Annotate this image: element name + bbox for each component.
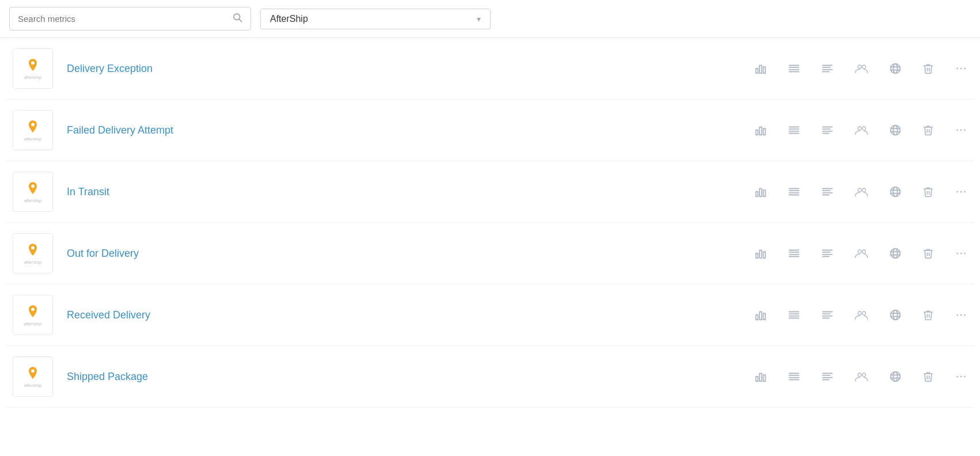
dropdown-label: AfterShip	[270, 14, 477, 24]
more-icon[interactable]	[955, 124, 967, 136]
svg-point-37	[891, 126, 901, 135]
aftership-pin-icon	[25, 242, 41, 259]
svg-rect-47	[764, 190, 766, 196]
svg-point-56	[858, 188, 861, 192]
svg-rect-89	[764, 313, 766, 320]
more-icon[interactable]	[955, 309, 967, 321]
align-left-icon[interactable]	[821, 62, 834, 75]
globe-icon[interactable]	[889, 62, 902, 75]
bar-chart-icon[interactable]	[754, 62, 767, 75]
svg-point-83	[956, 253, 958, 254]
align-left-icon[interactable]	[821, 185, 834, 198]
users-icon[interactable]	[854, 185, 868, 198]
delete-icon[interactable]	[922, 185, 934, 198]
align-left-icon[interactable]	[821, 370, 834, 383]
delete-icon[interactable]	[922, 370, 934, 383]
metric-name[interactable]: In Transit	[67, 186, 754, 198]
svg-point-86	[31, 307, 35, 311]
align-left-icon[interactable]	[821, 124, 834, 136]
metric-logo: aftership	[13, 172, 53, 212]
globe-icon[interactable]	[889, 309, 902, 321]
svg-point-65	[31, 246, 35, 249]
more-icon[interactable]	[955, 62, 967, 75]
list-icon[interactable]	[788, 124, 800, 136]
svg-point-107	[31, 369, 35, 373]
users-icon[interactable]	[854, 62, 868, 75]
metric-logo: aftership	[13, 356, 53, 397]
aftership-pin-icon	[25, 304, 41, 320]
action-icons	[754, 62, 967, 75]
delete-icon[interactable]	[922, 309, 934, 321]
svg-rect-66	[756, 253, 758, 258]
globe-icon[interactable]	[889, 370, 902, 383]
bar-chart-icon[interactable]	[754, 370, 767, 383]
svg-rect-5	[764, 67, 766, 73]
more-icon[interactable]	[955, 247, 967, 260]
aftership-pin-icon	[25, 119, 41, 135]
svg-rect-24	[756, 130, 758, 135]
search-box[interactable]	[9, 7, 251, 31]
aftership-logo-label: aftership	[24, 383, 42, 388]
svg-point-79	[891, 249, 901, 259]
bar-chart-icon[interactable]	[754, 124, 767, 136]
bar-chart-icon[interactable]	[754, 247, 767, 260]
svg-point-62	[956, 191, 958, 193]
globe-icon[interactable]	[889, 124, 902, 136]
svg-rect-3	[756, 69, 758, 73]
svg-rect-87	[756, 315, 758, 320]
align-left-icon[interactable]	[821, 309, 834, 321]
svg-point-125	[956, 376, 958, 378]
action-icons	[754, 247, 967, 260]
svg-point-85	[964, 253, 966, 254]
align-left-icon[interactable]	[821, 247, 834, 260]
bar-chart-icon[interactable]	[754, 309, 767, 321]
bar-chart-icon[interactable]	[754, 185, 767, 198]
users-icon[interactable]	[854, 124, 868, 136]
table-row: aftership Received Delivery	[6, 284, 974, 346]
metric-name[interactable]: Shipped Package	[67, 371, 754, 383]
list-icon[interactable]	[788, 309, 800, 321]
provider-dropdown[interactable]: AfterShip ▾	[260, 9, 491, 29]
list-icon[interactable]	[788, 247, 800, 260]
search-icon	[232, 12, 242, 25]
aftership-logo-label: aftership	[24, 198, 42, 203]
svg-rect-4	[759, 66, 762, 74]
action-icons	[754, 309, 967, 321]
delete-icon[interactable]	[922, 124, 934, 136]
globe-icon[interactable]	[889, 247, 902, 260]
action-icons	[754, 185, 967, 198]
list-icon[interactable]	[788, 370, 800, 383]
search-input[interactable]	[18, 14, 232, 24]
svg-point-43	[964, 130, 966, 131]
svg-point-41	[956, 130, 958, 131]
more-icon[interactable]	[955, 370, 967, 383]
metric-logo: aftership	[13, 48, 53, 89]
delete-icon[interactable]	[922, 247, 934, 260]
metric-name[interactable]: Received Delivery	[67, 309, 754, 321]
svg-rect-67	[759, 250, 762, 259]
top-bar: AfterShip ▾	[0, 0, 980, 38]
users-icon[interactable]	[854, 247, 868, 260]
svg-point-80	[893, 249, 897, 259]
aftership-pin-icon	[25, 58, 41, 74]
metric-name[interactable]: Failed Delivery Attempt	[67, 124, 754, 136]
more-icon[interactable]	[955, 185, 967, 198]
globe-icon[interactable]	[889, 185, 902, 198]
svg-point-59	[893, 187, 897, 197]
metric-name[interactable]: Delivery Exception	[67, 63, 754, 75]
svg-point-127	[964, 376, 966, 378]
aftership-logo-label: aftership	[24, 260, 42, 265]
users-icon[interactable]	[854, 309, 868, 321]
svg-point-2	[31, 61, 35, 64]
aftership-logo-label: aftership	[24, 321, 42, 326]
list-icon[interactable]	[788, 185, 800, 198]
table-row: aftership In Transit	[6, 161, 974, 223]
table-row: aftership Failed Delivery Attempt	[6, 100, 974, 161]
table-row: aftership Shipped Package	[6, 346, 974, 408]
metric-name[interactable]: Out for Delivery	[67, 248, 754, 260]
users-icon[interactable]	[854, 370, 868, 383]
chevron-down-icon: ▾	[477, 14, 481, 24]
list-icon[interactable]	[788, 62, 800, 75]
aftership-logo-label: aftership	[24, 75, 42, 80]
delete-icon[interactable]	[922, 62, 934, 75]
